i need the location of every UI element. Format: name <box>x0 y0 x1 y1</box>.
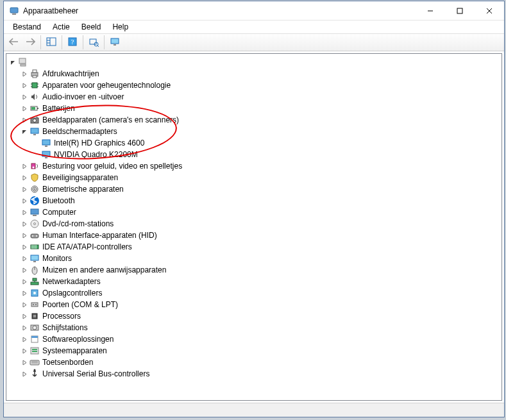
expand-caret-icon[interactable] <box>19 117 30 123</box>
printer-icon <box>30 69 40 79</box>
svg-rect-20 <box>33 70 37 72</box>
expand-caret-icon[interactable] <box>19 314 30 319</box>
expand-caret-icon[interactable] <box>19 129 30 135</box>
statusbar <box>4 403 504 417</box>
expand-caret-icon[interactable] <box>19 187 30 192</box>
expand-caret-icon[interactable] <box>19 164 30 169</box>
tree-item[interactable]: Dvd-/cd-rom-stations <box>8 218 500 230</box>
tree-item[interactable]: Beeldschermadapters <box>8 126 500 137</box>
show-hidden-button[interactable] <box>107 35 122 50</box>
speaker-icon <box>30 92 40 102</box>
tree-root[interactable] <box>8 56 500 68</box>
scan-hardware-button[interactable] <box>86 35 101 50</box>
expand-caret-icon[interactable] <box>19 348 30 354</box>
expand-caret-icon[interactable] <box>19 337 30 342</box>
tree-item[interactable]: Opslagcontrollers <box>8 287 500 299</box>
svg-rect-46 <box>33 215 37 216</box>
tree-item-label: NVIDIA Quadro K2200M <box>54 150 138 159</box>
expand-caret-icon[interactable] <box>19 71 30 77</box>
svg-rect-1 <box>12 13 16 15</box>
forward-button[interactable] <box>22 35 38 50</box>
tree-item[interactable]: Muizen en andere aanwijsapparaten <box>8 264 500 276</box>
menu-file[interactable]: Bestand <box>8 22 46 32</box>
tree-item[interactable]: Afdrukwachtrijen <box>8 68 500 80</box>
tree-item[interactable]: Intel(R) HD Graphics 4600 <box>8 137 500 149</box>
tree-item[interactable]: Poorten (COM & LPT) <box>8 299 500 310</box>
toolbar-separator <box>104 35 105 49</box>
expand-caret-icon[interactable] <box>19 198 30 204</box>
expand-caret-icon[interactable] <box>19 83 30 88</box>
menu-view[interactable]: Beeld <box>76 22 106 32</box>
expand-caret-icon[interactable] <box>19 371 30 377</box>
tree-item[interactable]: Batterijen <box>8 103 500 114</box>
expand-caret-icon[interactable] <box>19 302 30 308</box>
tree-item[interactable]: Human Interface-apparaten (HID) <box>8 230 500 241</box>
tree-item[interactable]: Besturing voor geluid, video en spelletj… <box>8 160 500 172</box>
svg-rect-21 <box>33 76 37 78</box>
show-hide-console-tree-button[interactable] <box>44 35 59 50</box>
expand-caret-icon[interactable] <box>19 210 30 215</box>
fingerprint-icon <box>30 184 40 194</box>
bluetooth-icon <box>30 196 40 206</box>
svg-rect-12 <box>90 39 96 44</box>
expand-caret-icon[interactable] <box>19 106 30 112</box>
tree-item-label: Poorten (COM & LPT) <box>42 300 118 309</box>
tree-item-label: Softwareoplossingen <box>42 335 114 344</box>
tree-item[interactable]: Toetsenborden <box>8 357 500 368</box>
expand-caret-icon[interactable] <box>19 256 30 262</box>
tree-item[interactable]: Bluetooth <box>8 195 500 206</box>
monitor-icon <box>30 253 40 264</box>
svg-rect-65 <box>31 303 38 307</box>
computer-icon <box>18 57 28 67</box>
tree-item-label: Toetsenborden <box>42 358 93 367</box>
display-icon <box>30 126 40 137</box>
menu-help[interactable]: Help <box>107 22 133 32</box>
expand-caret-icon[interactable] <box>19 360 30 365</box>
tree-item[interactable]: IDE ATA/ATAPI-controllers <box>8 241 500 253</box>
tree-item[interactable]: Schijfstations <box>8 322 500 333</box>
minimize-button[interactable] <box>416 1 445 20</box>
tree-item[interactable]: Biometrische apparaten <box>8 183 500 195</box>
expand-caret-icon[interactable] <box>19 233 30 239</box>
tree-item[interactable]: NVIDIA Quadro K2200M <box>8 149 500 160</box>
ide-icon <box>30 242 40 252</box>
tree-item-label: Intel(R) HD Graphics 4600 <box>54 139 144 147</box>
tree-item[interactable]: Beveiligingsapparaten <box>8 172 500 183</box>
tree-item-label: Human Interface-apparaten (HID) <box>42 231 157 240</box>
tree-item[interactable]: Universal Serial Bus-controllers <box>8 368 500 380</box>
device-manager-window: Apparaatbeheer Bestand Actie Beeld Help … <box>3 1 505 417</box>
tree-item[interactable]: Computer <box>8 206 500 218</box>
svg-rect-32 <box>36 117 38 118</box>
expand-caret-icon[interactable] <box>19 267 30 273</box>
menu-action[interactable]: Actie <box>47 22 75 32</box>
expand-caret-icon[interactable] <box>8 60 18 65</box>
expand-caret-icon[interactable] <box>19 244 30 250</box>
back-button[interactable] <box>6 35 22 50</box>
expand-caret-icon[interactable] <box>19 221 30 227</box>
expand-caret-icon[interactable] <box>19 290 30 296</box>
usb-icon <box>30 369 40 379</box>
tree-item[interactable]: Audio-invoer en -uitvoer <box>8 91 500 103</box>
help-button[interactable]: ? <box>65 35 80 50</box>
tree-item[interactable]: Beeldapparaten (camera's en scanners) <box>8 114 500 126</box>
expand-caret-icon[interactable] <box>19 325 30 331</box>
expand-caret-icon[interactable] <box>19 279 30 285</box>
tree-item[interactable]: Systeemapparaten <box>8 345 500 357</box>
tree-item-label: Schijfstations <box>42 323 88 332</box>
battery-icon <box>30 103 40 113</box>
svg-rect-75 <box>32 349 37 350</box>
tree-view[interactable]: AfdrukwachtrijenApparaten voor geheugent… <box>6 53 502 401</box>
arrow-left-icon <box>9 37 19 48</box>
close-button[interactable] <box>475 1 504 20</box>
maximize-button[interactable] <box>445 1 475 20</box>
expand-caret-icon[interactable] <box>19 94 30 100</box>
tree-item[interactable]: Monitors <box>8 253 500 264</box>
expand-caret-icon[interactable] <box>19 175 30 181</box>
tree-item[interactable]: Apparaten voor geheugentechnologie <box>8 80 500 91</box>
svg-point-40 <box>33 167 35 169</box>
tree-item[interactable]: Softwareoplossingen <box>8 333 500 345</box>
security-icon <box>30 172 40 183</box>
tree-item[interactable]: Netwerkadapters <box>8 276 500 287</box>
tree-item[interactable]: Processors <box>8 310 500 322</box>
svg-point-43 <box>34 189 35 190</box>
